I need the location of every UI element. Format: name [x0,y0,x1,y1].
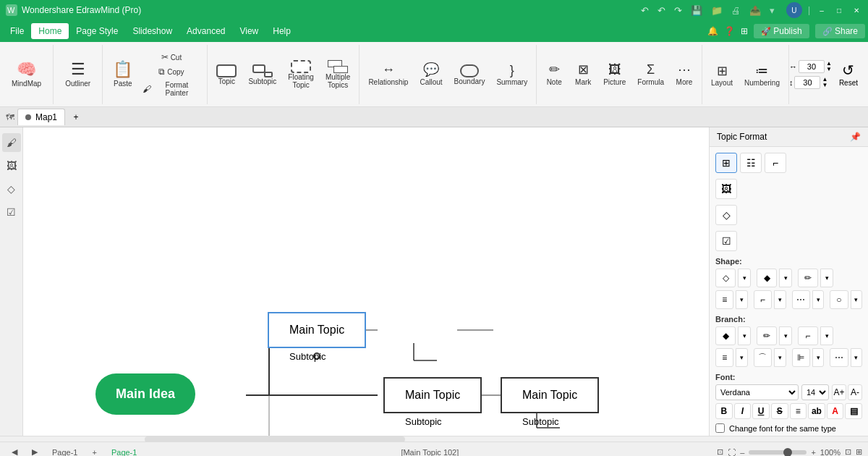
page-prev-btn[interactable]: ◀ [6,446,23,456]
strikethrough-button[interactable]: S [771,403,788,419]
menu-item-help[interactable]: Help [265,23,298,39]
note-button[interactable]: ✏ Note [541,49,567,100]
mark-button[interactable]: ⊠ Mark [570,49,596,100]
format-painter-button[interactable]: 🖌 Format Painter [140,80,203,98]
shape-line-btn[interactable]: ≡ [715,290,733,309]
sidebar-check-icon[interactable]: ☑ [2,203,21,221]
relationship-button[interactable]: ↔ Relationship [364,49,412,100]
panel-image-icon[interactable]: 🖼 [715,179,737,199]
menu-item-slideshow[interactable]: Slideshow [125,23,179,39]
shape-corner-btn[interactable]: ⌐ [754,290,772,309]
layout-view-icon[interactable]: ⊞ [856,447,862,456]
branch-curve-btn[interactable]: ⌒ [754,348,772,367]
layout-button[interactable]: ⊞ Layout [707,49,737,100]
menu-item-file[interactable]: File [3,23,31,39]
menu-item-view[interactable]: View [232,23,265,39]
shape-fill-dropdown[interactable]: ▾ [779,269,792,287]
redo-btn[interactable]: ↷ [674,5,682,16]
fullscreen-icon[interactable]: ⛶ [728,448,736,457]
sidebar-shapes-icon[interactable]: ◇ [2,180,21,198]
help-icon[interactable]: ❓ [724,26,735,36]
mindmap-button[interactable]: 🧠 MindMap [6,57,47,92]
bell-icon[interactable]: 🔔 [707,26,718,36]
zoom-plus-btn[interactable]: + [811,448,815,457]
branch-dashed2-dropdown[interactable]: ▾ [851,348,862,367]
font-increase-btn[interactable]: A+ [832,384,846,400]
floating-topic-button[interactable]: FloatingTopic [284,49,318,100]
shape-circle-dropdown[interactable]: ▾ [851,290,862,309]
font-size-select[interactable]: 14 [801,384,829,400]
width-down[interactable]: ▼ [826,67,832,72]
menu-item-home[interactable]: Home [31,23,69,39]
italic-button[interactable]: I [734,403,752,419]
reset-button[interactable]: ↺ Reset [835,49,862,100]
paste-button[interactable]: 📋 Paste [107,49,138,100]
canvas[interactable]: Main Idea Main Topic Subtopic Main Topic… [23,127,709,436]
font-decrease-btn[interactable]: A- [848,384,862,400]
fit-page-icon[interactable]: ⊡ [717,447,723,456]
undo2-btn[interactable]: ↶ [658,5,665,16]
height-input[interactable]: 30 [794,76,820,89]
zoom-minus-btn[interactable]: – [740,448,744,457]
main-idea-node[interactable]: Main Idea [95,373,195,415]
align-button[interactable]: ≡ [790,403,807,419]
change-font-checkbox[interactable] [715,423,725,433]
add-page-btn[interactable]: + [86,447,102,457]
shape-fill-btn[interactable]: ◆ [757,269,777,287]
shape-edit-dropdown[interactable]: ▾ [820,269,833,287]
branch-line-btn[interactable]: ≡ [715,348,733,367]
shape-circle-btn[interactable]: ○ [830,290,848,309]
topic3-node[interactable]: Main Topic [501,377,599,413]
page-next-btn[interactable]: ▶ [26,446,43,456]
panel-corner-icon[interactable]: ⌐ [765,153,786,173]
panel-struct-icon[interactable]: ☷ [740,153,762,173]
undo-btn[interactable]: ↶ [641,5,649,16]
shape-dashed-dropdown[interactable]: ▾ [812,290,824,309]
cut-button[interactable]: ✂ Cut [140,51,203,64]
bold-button[interactable]: B [715,403,733,419]
zoom-slider[interactable] [749,450,807,455]
summary-button[interactable]: } Summary [492,49,532,100]
zoom-thumb[interactable] [783,448,792,457]
subtopic-button[interactable]: Subtopic [244,49,281,100]
tab-map1[interactable]: Map1 [17,109,65,125]
branch-multi-dropdown[interactable]: ▾ [812,348,824,367]
branch-edit-dropdown[interactable]: ▾ [779,326,792,345]
shape-line-dropdown[interactable]: ▾ [736,290,747,309]
maximize-btn[interactable]: □ [833,4,845,16]
panel-shapes-icon[interactable]: ◇ [715,205,737,225]
topic1-node[interactable]: Main Topic [268,312,366,348]
width-input[interactable]: 30 [799,60,825,73]
branch-line-dropdown[interactable]: ▾ [736,348,747,367]
height-down[interactable]: ▼ [822,83,827,88]
formula-button[interactable]: Σ Formula [633,49,668,100]
font-name-select[interactable]: Verdana [715,384,799,400]
page-label-btn[interactable]: Page-1 [46,447,83,457]
color-button[interactable]: A [827,403,844,419]
branch-fill-btn[interactable]: ◆ [715,326,736,345]
branch-edit-btn[interactable]: ✏ [757,326,777,345]
panel-check-icon[interactable]: ☑ [715,231,737,251]
shape-diamond-dropdown[interactable]: ▾ [738,269,751,287]
boundary-button[interactable]: Boundary [450,49,490,100]
apps-icon[interactable]: ⊞ [741,26,748,36]
dropdown-icon[interactable]: ▾ [770,5,775,16]
outliner-button[interactable]: ☰ Outliner [59,57,96,92]
underline-button[interactable]: U [752,403,770,419]
branch-corner-btn[interactable]: ⌐ [798,326,818,345]
minimize-btn[interactable]: – [816,4,827,16]
share-button[interactable]: 🔗 Share [815,24,865,38]
shape-edit-btn[interactable]: ✏ [798,269,818,287]
sidebar-paint-icon[interactable]: 🖌 [2,133,21,152]
add-tab-button[interactable]: + [68,109,84,125]
numbering-button[interactable]: ≔ Numbering [740,49,784,100]
branch-curve-dropdown[interactable]: ▾ [774,348,786,367]
branch-fill-dropdown[interactable]: ▾ [738,326,751,345]
close-btn[interactable]: ✕ [851,4,862,16]
user-avatar[interactable]: U [786,2,802,18]
highlight-button[interactable]: ab [808,403,825,419]
menu-item-pagestyle[interactable]: Page Style [69,23,125,39]
branch-corner-dropdown[interactable]: ▾ [820,326,833,345]
topic-button[interactable]: Topic [212,49,241,100]
branch-dashed2-btn[interactable]: ⋯ [830,348,848,367]
